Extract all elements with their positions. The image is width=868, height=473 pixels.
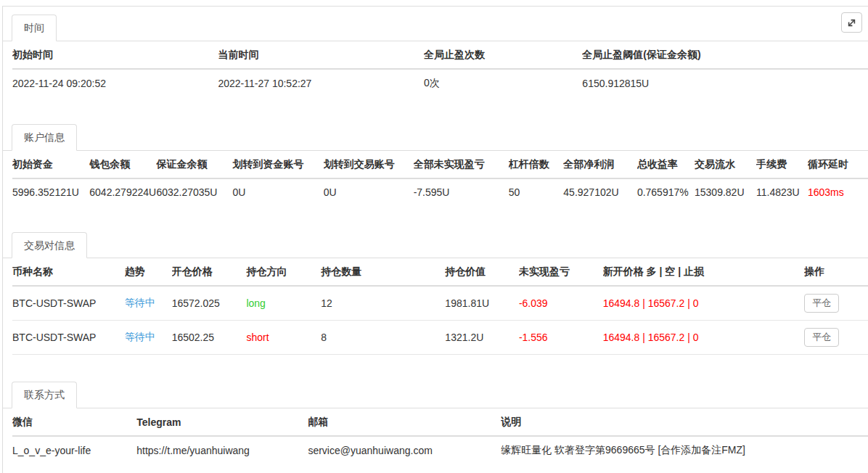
total-unrealized-pnl-value: -7.595U [414, 178, 509, 205]
col-fees: 手续费 [756, 151, 808, 178]
new-open-price-value: 16494.8 | 16567.2 | 0 [603, 321, 805, 355]
expand-diagonal-icon [846, 17, 857, 28]
pair-row-long: BTC-USDT-SWAP 等待中 16572.025 long 12 1981… [12, 286, 868, 321]
time-section: 时间 初始时间 当前时间 全局止盈次数 全局止盈阈值(保证金余额) [3, 7, 868, 97]
unrealized-pnl-value: -1.556 [519, 321, 603, 355]
symbol-value: BTC-USDT-SWAP [12, 286, 125, 321]
col-unrealized-pnl: 未实现盈亏 [519, 258, 603, 286]
time-value-row: 2022-11-24 09:20:52 2022-11-27 10:52:27 … [12, 69, 868, 97]
direction-value: short [246, 321, 321, 355]
contact-value-row: L_o_v_e-your-life https://t.me/yuanhuiwa… [12, 436, 868, 464]
col-trading-volume: 交易流水 [695, 151, 756, 178]
transfer-to-funding-value: 0U [232, 178, 323, 205]
col-wallet-balance: 钱包余额 [89, 151, 156, 178]
tab-pair-info[interactable]: 交易对信息 [12, 232, 87, 259]
global-tp-count-value: 0次 [424, 69, 582, 97]
col-symbol: 币种名称 [12, 258, 125, 286]
tab-time[interactable]: 时间 [12, 15, 57, 41]
col-margin-balance: 保证金余额 [156, 151, 232, 178]
col-initial-funds: 初始资金 [12, 151, 89, 178]
col-global-tp-threshold: 全局止盈阈值(保证金余额) [582, 41, 868, 69]
col-action: 操作 [804, 258, 868, 286]
account-section: 账户信息 初始资金 钱包余额 保证金余额 划转到资金账号 划转到交易账号 全部未… [3, 116, 868, 205]
tab-account-info[interactable]: 账户信息 [12, 124, 77, 151]
initial-funds-value: 5996.352121U [12, 178, 89, 205]
col-description: 说明 [501, 408, 868, 436]
account-header-row: 初始资金 钱包余额 保证金余额 划转到资金账号 划转到交易账号 全部未实现盈亏 … [12, 151, 868, 178]
col-position-qty: 持仓数量 [321, 258, 445, 286]
leverage-value: 50 [509, 178, 564, 205]
col-position-direction: 持仓方向 [246, 258, 321, 286]
expand-button[interactable] [841, 12, 862, 33]
transfer-to-trading-value: 0U [324, 178, 414, 205]
col-total-unrealized-pnl: 全部未实现盈亏 [414, 151, 509, 178]
position-value-value: 1321.2U [445, 321, 519, 355]
col-email: 邮箱 [308, 408, 501, 436]
col-transfer-to-trading: 划转到交易账号 [324, 151, 414, 178]
total-return-rate-value: 0.765917% [637, 178, 695, 205]
description-value: 缘辉旺量化 软著登字第9669665号 [合作添加备注FMZ] [501, 436, 868, 464]
pairs-section: 交易对信息 币种名称 趋势 开仓价格 持仓方向 持仓数量 持仓价值 未实现盈亏 … [3, 224, 868, 355]
tab-contact[interactable]: 联系方式 [12, 382, 77, 408]
col-open-price: 开仓价格 [172, 258, 247, 286]
time-tabbar: 时间 [3, 7, 868, 41]
time-header-row: 初始时间 当前时间 全局止盈次数 全局止盈阈值(保证金余额) [12, 41, 868, 69]
margin-balance-value: 6032.27035U [156, 178, 232, 205]
direction-value: long [246, 286, 321, 321]
contact-section: 联系方式 微信 Telegram 邮箱 说明 L_o_v_e-your-life… [3, 374, 868, 464]
strategy-status-panel: 时间 初始时间 当前时间 全局止盈次数 全局止盈阈值(保证金余额) [2, 6, 868, 473]
unrealized-pnl-value: -6.039 [519, 286, 603, 321]
account-value-row: 5996.352121U 6042.279224U 6032.27035U 0U… [12, 178, 868, 205]
initial-time-value: 2022-11-24 09:20:52 [12, 69, 218, 97]
col-transfer-to-funding: 划转到资金账号 [232, 151, 323, 178]
pair-row-short: BTC-USDT-SWAP 等待中 16502.25 short 8 1321.… [12, 321, 868, 355]
current-time-value: 2022-11-27 10:52:27 [218, 69, 423, 97]
col-wechat: 微信 [12, 408, 136, 436]
total-net-profit-value: 45.927102U [563, 178, 637, 205]
col-trend: 趋势 [125, 258, 172, 286]
position-qty-value: 8 [321, 321, 445, 355]
pairs-tabbar: 交易对信息 [3, 224, 868, 259]
open-price-value: 16572.025 [172, 286, 247, 321]
col-new-open-price: 新开价格 多 | 空 | 止损 [603, 258, 805, 286]
position-value-value: 1981.81U [445, 286, 519, 321]
telegram-value: https://t.me/yuanhuiwang [136, 436, 308, 464]
symbol-value: BTC-USDT-SWAP [12, 321, 125, 355]
account-tabbar: 账户信息 [3, 116, 868, 151]
open-price-value: 16502.25 [172, 321, 247, 355]
col-initial-time: 初始时间 [12, 41, 218, 69]
email-value: service@yuanhuiwang.com [308, 436, 501, 464]
wechat-value: L_o_v_e-your-life [12, 436, 136, 464]
col-global-tp-count: 全局止盈次数 [424, 41, 582, 69]
close-position-button[interactable]: 平仓 [804, 328, 839, 347]
wallet-balance-value: 6042.279224U [89, 178, 156, 205]
new-open-price-value: 16494.8 | 16567.2 | 0 [603, 286, 805, 321]
fees-value: 11.4823U [756, 178, 808, 205]
contact-tabbar: 联系方式 [3, 374, 868, 408]
col-leverage: 杠杆倍数 [509, 151, 564, 178]
col-loop-delay: 循环延时 [808, 151, 868, 178]
position-qty-value: 12 [321, 286, 445, 321]
contact-header-row: 微信 Telegram 邮箱 说明 [12, 408, 868, 436]
pairs-header-row: 币种名称 趋势 开仓价格 持仓方向 持仓数量 持仓价值 未实现盈亏 新开价格 多… [12, 258, 868, 286]
pairs-table: 币种名称 趋势 开仓价格 持仓方向 持仓数量 持仓价值 未实现盈亏 新开价格 多… [12, 258, 868, 355]
col-current-time: 当前时间 [218, 41, 423, 69]
col-total-net-profit: 全部净利润 [563, 151, 637, 178]
col-telegram: Telegram [136, 408, 308, 436]
trading-volume-value: 15309.82U [695, 178, 756, 205]
col-position-value: 持仓价值 [445, 258, 519, 286]
account-table: 初始资金 钱包余额 保证金余额 划转到资金账号 划转到交易账号 全部未实现盈亏 … [12, 151, 868, 205]
time-table: 初始时间 当前时间 全局止盈次数 全局止盈阈值(保证金余额) 2022-11-2… [12, 41, 868, 97]
global-tp-threshold-value: 6150.912815U [582, 69, 868, 97]
contact-table: 微信 Telegram 邮箱 说明 L_o_v_e-your-life http… [12, 408, 868, 464]
loop-delay-value: 1603ms [808, 178, 868, 205]
close-position-button[interactable]: 平仓 [804, 294, 839, 313]
col-total-return-rate: 总收益率 [637, 151, 695, 178]
trend-link[interactable]: 等待中 [125, 331, 155, 342]
trend-link[interactable]: 等待中 [125, 297, 155, 308]
